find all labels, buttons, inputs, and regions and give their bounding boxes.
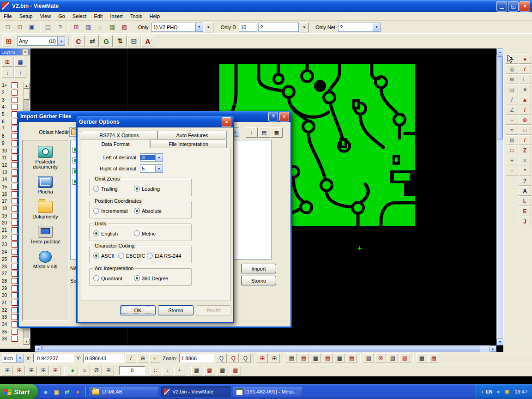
pad-view-2-icon[interactable]: ▦: [298, 353, 309, 363]
pad-view-5-icon[interactable]: ▩: [334, 353, 345, 363]
hook-icon[interactable]: J: [519, 217, 531, 226]
bars-icon[interactable]: ≡: [95, 22, 106, 32]
layer-row[interactable]: 35: [0, 328, 22, 335]
plus-tool-icon[interactable]: +: [506, 156, 518, 165]
place-desktop[interactable]: Plocha: [24, 176, 66, 194]
ie-icon[interactable]: e: [42, 387, 50, 396]
trace-view-1-icon[interactable]: ▨: [363, 353, 374, 363]
chevron-down-icon[interactable]: ▼: [16, 354, 24, 362]
draw-line-icon[interactable]: /: [519, 64, 531, 74]
menu-item[interactable]: Help: [146, 12, 164, 20]
circle-icon[interactable]: ○: [79, 366, 90, 375]
crosshair-icon[interactable]: +: [149, 353, 160, 363]
report-2-icon[interactable]: ⊞: [14, 366, 25, 375]
radio-icon[interactable]: [134, 230, 140, 236]
tray-chevron-icon[interactable]: ‹: [482, 389, 484, 394]
draw-dot-icon[interactable]: ●: [519, 54, 531, 64]
close-button[interactable]: ×: [520, 1, 530, 12]
menu-item[interactable]: Edit: [90, 12, 106, 20]
taskbar-item-viewmate[interactable]: V2.bin - ViewMate: [161, 386, 231, 397]
a-text-icon[interactable]: A: [141, 35, 154, 47]
units-combo[interactable]: inch ▼: [2, 354, 24, 363]
draw-z-icon[interactable]: Z: [519, 145, 531, 155]
menu-item[interactable]: Setup: [16, 12, 36, 20]
dcode-input[interactable]: 10: [239, 23, 257, 32]
layer-color-box[interactable]: [12, 285, 18, 291]
radio-metric[interactable]: Metric: [134, 230, 156, 236]
pad-pair-icon[interactable]: ◎: [506, 64, 518, 74]
context-help-icon[interactable]: ?: [54, 22, 66, 32]
h-pattern-icon[interactable]: ⊟: [127, 35, 140, 47]
layer-color-box[interactable]: [12, 119, 18, 125]
apply-button[interactable]: Použít: [196, 305, 231, 315]
menu-item[interactable]: Go: [54, 12, 69, 20]
tab-data-format[interactable]: Data Format: [81, 139, 150, 148]
chevron-down-icon[interactable]: ▼: [155, 165, 163, 172]
c-tool-icon[interactable]: C: [72, 35, 85, 47]
slash-icon[interactable]: /: [506, 95, 518, 104]
layer-color-box[interactable]: [12, 82, 18, 88]
layer-color-box[interactable]: [12, 176, 18, 182]
aperture-grid-icon[interactable]: ⊞: [2, 35, 15, 47]
layer-color-box[interactable]: [12, 169, 18, 175]
prev-dcode-button[interactable]: <: [300, 22, 309, 32]
scroll-down-icon[interactable]: ▼: [24, 338, 30, 345]
minimize-button[interactable]: ▁: [496, 1, 507, 12]
view-menu-button[interactable]: ▦: [271, 127, 283, 138]
trace-view-3-icon[interactable]: ▧: [387, 353, 398, 363]
grid-red-icon[interactable]: ⊞: [257, 353, 268, 363]
chevron-down-icon[interactable]: ▼: [373, 23, 380, 31]
measure-line-icon[interactable]: /: [125, 353, 136, 363]
chart-icon[interactable]: ▨: [119, 22, 130, 32]
radio-icon[interactable]: [147, 253, 153, 259]
text-a-icon[interactable]: A: [519, 186, 531, 196]
anchor-icon[interactable]: ±: [174, 366, 185, 375]
flip-horizontal-icon[interactable]: ⇄: [86, 35, 99, 47]
zoom-window-icon[interactable]: Q: [228, 353, 239, 363]
layer-color-box[interactable]: [12, 126, 18, 132]
aperture-filter-combo[interactable]: Any (U) ▼: [17, 36, 65, 46]
grid-tool-icon[interactable]: ⊞: [506, 135, 518, 145]
layer-color-box[interactable]: [12, 111, 18, 117]
layer-color-box[interactable]: [12, 235, 18, 241]
layer-color-box[interactable]: [12, 90, 18, 96]
radio-icon[interactable]: [134, 208, 140, 214]
close-button[interactable]: ×: [222, 117, 231, 127]
layers-fill-icon[interactable]: ▦: [14, 57, 26, 67]
layer-color-box[interactable]: [12, 220, 18, 226]
sync-icon[interactable]: ⇄: [63, 387, 71, 396]
drop-arrow-icon[interactable]: ↓: [162, 366, 173, 375]
text-l-icon[interactable]: L: [519, 196, 531, 206]
right-decimal-combo[interactable]: 5 ▼: [140, 164, 163, 173]
help-button[interactable]: ?: [268, 112, 278, 121]
left-decimal-combo[interactable]: 3 ▼: [140, 153, 163, 162]
radio-leading[interactable]: Leading: [134, 186, 160, 192]
layer-color-box[interactable]: [12, 242, 18, 248]
dcode-grid-icon[interactable]: ⊞: [71, 22, 82, 32]
dots-tool-icon[interactable]: ∷: [506, 145, 518, 155]
net-view-2-icon[interactable]: ▦: [428, 353, 439, 363]
radio-icon[interactable]: [93, 208, 99, 214]
hscroll-thumb[interactable]: [42, 346, 480, 351]
report-4-icon[interactable]: ⊞: [38, 366, 49, 375]
layer-color-box[interactable]: [12, 314, 18, 320]
only-net-label[interactable]: Only Net: [314, 24, 337, 30]
zoom-point-icon[interactable]: Q: [216, 353, 227, 363]
language-indicator[interactable]: EN: [485, 389, 492, 394]
layer-color-box[interactable]: [12, 321, 18, 327]
cancel-button[interactable]: Storno: [241, 276, 276, 285]
vscroll-thumb[interactable]: [497, 56, 503, 139]
ok-button[interactable]: OK: [120, 305, 156, 315]
tab-auto-features[interactable]: Auto Features: [157, 131, 227, 139]
online-dot-icon[interactable]: ●: [67, 366, 78, 375]
layer-row[interactable]: 3: [0, 96, 22, 103]
radio-icon[interactable]: [93, 230, 99, 236]
slashed-circle-icon[interactable]: Ø: [91, 366, 102, 375]
layer-color-box[interactable]: [12, 329, 18, 335]
layer-color-box[interactable]: [12, 140, 18, 146]
place-network[interactable]: Místa v síti: [24, 251, 66, 269]
import-button[interactable]: Import: [241, 264, 276, 273]
layers-table-icon[interactable]: ⊞: [1, 57, 13, 67]
dot-pattern-1-icon[interactable]: ▩: [191, 366, 202, 375]
net-view-1-icon[interactable]: ▩: [416, 353, 427, 363]
